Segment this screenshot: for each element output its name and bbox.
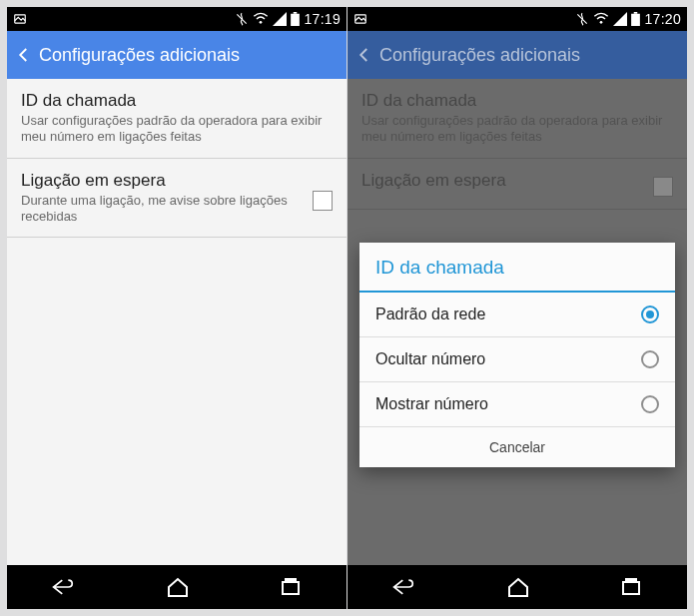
settings-content: ID da chamada Usar configurações padrão … [347,79,687,565]
status-clock: 17:20 [644,11,681,27]
nav-back-icon[interactable] [391,575,417,599]
status-left-icons [353,12,367,26]
setting-title: Ligação em espera [361,171,647,191]
signal-icon [613,12,627,26]
status-right-icons: 17:19 [235,11,341,27]
status-bar: 17:19 [7,7,347,31]
dialog-option-show[interactable]: Mostrar número [359,382,675,427]
settings-content: ID da chamada Usar configurações padrão … [7,79,347,565]
setting-subtitle: Usar configurações padrão da operadora p… [21,113,327,146]
setting-call-waiting[interactable]: Ligação em espera Durante uma ligação, m… [7,159,347,239]
setting-title: Ligação em espera [21,171,307,191]
page-title: Configurações adicionais [39,45,240,66]
svg-point-9 [600,21,603,24]
battery-icon [631,12,640,26]
svg-rect-3 [292,14,301,26]
wifi-icon [593,12,609,26]
nav-bar [7,565,347,609]
nav-home-icon[interactable] [506,575,530,599]
page-title: Configurações adicionais [379,45,580,66]
radio-icon[interactable] [641,306,659,323]
svg-rect-11 [634,12,638,14]
radio-icon[interactable] [641,395,659,413]
back-icon [355,46,373,64]
nav-recent-icon[interactable] [619,575,643,599]
svg-rect-10 [632,14,641,26]
dialog-option-label: Padrão da rede [375,306,485,323]
back-icon[interactable] [15,46,33,64]
svg-rect-4 [294,12,298,14]
svg-rect-5 [283,582,299,594]
svg-point-2 [260,21,263,24]
caller-id-dialog: ID da chamada Padrão da rede Ocultar núm… [359,243,675,467]
dialog-option-label: Mostrar número [375,395,488,413]
svg-rect-13 [626,579,636,581]
call-waiting-checkbox[interactable] [313,191,333,211]
setting-title: ID da chamada [361,91,667,111]
setting-subtitle: Usar configurações padrão da operadora p… [361,113,667,146]
nav-home-icon[interactable] [166,575,190,599]
setting-caller-id[interactable]: ID da chamada Usar configurações padrão … [7,79,347,159]
call-waiting-checkbox [653,177,673,197]
svg-rect-12 [623,582,639,594]
dialog-title: ID da chamada [359,243,675,293]
vibrate-icon [575,12,589,26]
signal-icon [273,12,287,26]
status-clock: 17:19 [304,11,341,27]
battery-icon [291,12,300,26]
action-bar[interactable]: Configurações adicionais [7,31,347,79]
phone-right: 17:20 Configurações adicionais ID da cha… [347,7,687,609]
status-right-icons: 17:20 [575,11,681,27]
nav-recent-icon[interactable] [279,575,303,599]
action-bar: Configurações adicionais [347,31,687,79]
radio-icon[interactable] [641,350,659,368]
gallery-icon [13,12,27,26]
status-left-icons [13,12,27,26]
nav-back-icon[interactable] [51,575,77,599]
svg-rect-6 [286,579,296,581]
dialog-option-default[interactable]: Padrão da rede [359,293,675,337]
phone-left: 17:19 Configurações adicionais ID da cha… [7,7,347,609]
dialog-option-label: Ocultar número [375,350,485,368]
setting-caller-id: ID da chamada Usar configurações padrão … [347,79,687,159]
gallery-icon [353,12,367,26]
setting-subtitle: Durante uma ligação, me avise sobre liga… [21,193,307,226]
dialog-cancel-button[interactable]: Cancelar [359,427,675,467]
dialog-option-hide[interactable]: Ocultar número [359,337,675,382]
wifi-icon [253,12,269,26]
nav-bar [347,565,687,609]
status-bar: 17:20 [347,7,687,31]
setting-call-waiting: Ligação em espera [347,159,687,210]
setting-title: ID da chamada [21,91,327,111]
vibrate-icon [235,12,249,26]
